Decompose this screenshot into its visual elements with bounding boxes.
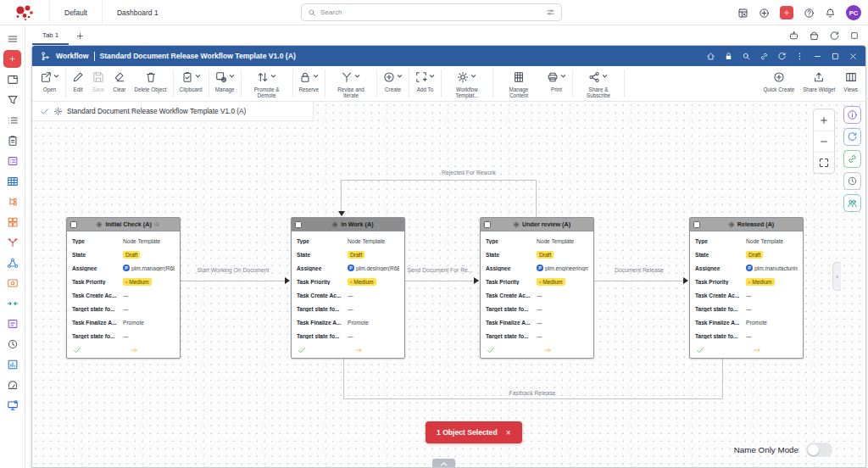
filter-icon[interactable] — [3, 91, 21, 109]
collaboration-panel-button[interactable] — [843, 194, 861, 212]
transition-label-fasttrack[interactable]: Fasttrack Release — [473, 390, 592, 396]
field-value: Promote — [348, 320, 369, 326]
clear-selection-icon[interactable]: × — [506, 428, 511, 437]
field-value: Node Template — [746, 238, 783, 244]
link-panel-button[interactable] — [843, 150, 861, 168]
node-checkbox[interactable] — [70, 221, 77, 228]
tiles-icon[interactable] — [3, 213, 21, 231]
chart-icon[interactable] — [3, 355, 21, 373]
toolbar-reserve-button[interactable]: Reserve — [295, 66, 323, 101]
workflow-nodes-icon[interactable] — [3, 254, 21, 271]
breadcrumb: Standard Document Release Workflow Templ… — [32, 102, 314, 121]
search-filters-icon[interactable] — [546, 8, 555, 17]
clipboard-icon[interactable] — [3, 131, 21, 149]
user-avatar[interactable]: PC — [846, 5, 861, 20]
history-panel-button[interactable] — [843, 172, 861, 190]
assistant-robot-icon[interactable] — [788, 31, 799, 42]
list-icon[interactable] — [3, 111, 21, 129]
merge-arrows-icon[interactable] — [3, 294, 21, 312]
refresh-icon[interactable] — [829, 31, 840, 42]
link-icon[interactable] — [760, 52, 769, 61]
workflow-node-under-review[interactable]: Under review (A) TypeNode Template State… — [480, 217, 594, 359]
sidebar-add-button[interactable] — [3, 50, 21, 68]
field-value: — — [123, 306, 129, 312]
toolbar-share-subscribe-button[interactable]: Share & Subscribe — [575, 66, 622, 101]
node-checkbox[interactable] — [693, 221, 700, 228]
global-search — [301, 3, 562, 21]
refresh-cycle-panel-button[interactable] — [843, 128, 861, 146]
node-check-icon — [696, 346, 704, 354]
transition-label-rejected[interactable]: Rejected For Rework — [397, 170, 541, 176]
toolbar-quick-create-button[interactable]: Quick Create — [759, 66, 798, 101]
toolbar-promote-demote-button[interactable]: Promote & Demote — [243, 66, 291, 101]
transition-label-start-working[interactable]: Start Working On Document — [179, 267, 287, 273]
home-icon[interactable] — [706, 52, 715, 61]
workflow-node-initial-check[interactable]: Initial Check (A)☆ TypeNode Template Sta… — [66, 217, 181, 359]
name-only-mode-toggle[interactable] — [806, 443, 832, 457]
expand-bottom-panel-button[interactable] — [432, 459, 455, 468]
toolbar-open-button[interactable]: Open — [36, 66, 64, 101]
kebab-menu-icon[interactable] — [795, 52, 804, 61]
add-tab-button[interactable] — [69, 26, 92, 45]
quick-add-button[interactable] — [780, 6, 793, 20]
hierarchy-tree-icon[interactable] — [3, 192, 21, 210]
restore-icon[interactable] — [831, 52, 840, 61]
collapse-panel-handle[interactable]: ‹ — [832, 262, 841, 291]
toolbar-views-button[interactable]: Views — [839, 66, 862, 101]
system-monitor-icon[interactable] — [3, 396, 21, 414]
table-app-icon[interactable] — [737, 8, 748, 19]
star-icon[interactable]: ☆ — [154, 221, 160, 228]
window-icon[interactable] — [3, 70, 21, 88]
history-clock-icon[interactable] — [3, 335, 21, 353]
add-circle-icon[interactable] — [759, 8, 770, 19]
search-input[interactable] — [320, 8, 542, 16]
toolbar-manage-button[interactable]: Manage — [211, 66, 239, 101]
zoom-out-button[interactable] — [814, 131, 834, 152]
window-toolbar: Open Edit Save Clear Delete Object Clipb… — [32, 66, 865, 102]
help-icon[interactable] — [804, 8, 815, 19]
toolbar-delete-object-button[interactable]: Delete Object — [130, 66, 170, 101]
toolbar-separator — [209, 70, 209, 98]
toolbar-clear-button[interactable]: Clear — [108, 66, 130, 101]
tab-1[interactable]: Tab 1 — [32, 26, 69, 45]
app-logo[interactable] — [0, 4, 49, 21]
info-panel-button[interactable] — [843, 106, 861, 124]
toolbar-separator — [173, 70, 174, 98]
preview-eye-icon[interactable] — [3, 274, 21, 292]
gauge-icon[interactable] — [3, 376, 21, 393]
branch-icon[interactable] — [3, 233, 21, 251]
minimize-icon[interactable] — [813, 52, 822, 61]
workflow-node-in-work[interactable]: In Work (A) TypeNode Template StateDraft… — [291, 217, 405, 359]
table-grid-icon[interactable] — [3, 172, 21, 190]
menu-default[interactable]: Default — [49, 0, 102, 25]
node-checkbox[interactable] — [295, 221, 302, 228]
toolbar-edit-button[interactable]: Edit — [68, 66, 88, 101]
package-bag-icon[interactable] — [809, 31, 820, 42]
fit-to-screen-button[interactable] — [814, 152, 834, 173]
toolbar-save-button[interactable]: Save — [88, 66, 108, 101]
transition-label-document-release[interactable]: Document Release — [594, 267, 684, 273]
toolbar-clipboard-button[interactable]: Clipboard — [175, 66, 207, 101]
workflow-canvas[interactable]: Standard Document Release Workflow Templ… — [32, 102, 865, 467]
transition-label-send-document[interactable]: Send Document For Re... — [400, 267, 480, 273]
form-icon[interactable] — [3, 152, 21, 170]
toolbar-create-button[interactable]: Create — [379, 66, 407, 101]
window-search-icon[interactable] — [742, 52, 751, 61]
toolbar-workflow-template-button[interactable]: Workflow Templat... — [443, 66, 491, 101]
toolbar-share-widget-button[interactable]: Share Widget — [798, 66, 839, 101]
toolbar-print-button[interactable]: Print — [542, 66, 570, 101]
menu-dashboard-1[interactable]: Dashboard 1 — [102, 0, 173, 25]
toolbar-revise-iterate-button[interactable]: Revise and Iterate — [327, 66, 375, 101]
reload-icon[interactable] — [777, 52, 787, 61]
notes-form-icon[interactable] — [3, 315, 21, 332]
hamburger-menu-icon[interactable] — [3, 30, 21, 47]
zoom-in-button[interactable] — [814, 109, 834, 131]
toolbar-manage-content-button[interactable]: Manage Content — [495, 66, 542, 101]
toolbar-add-to-button[interactable]: Add To — [411, 66, 439, 101]
lock-icon[interactable] — [724, 52, 733, 61]
node-checkbox[interactable] — [484, 221, 491, 228]
maximize-icon[interactable] — [849, 31, 860, 41]
notifications-bell-icon[interactable] — [825, 8, 836, 19]
workflow-node-released[interactable]: Released (A) TypeNode Template StateDraf… — [689, 217, 804, 359]
close-icon[interactable] — [849, 52, 858, 61]
